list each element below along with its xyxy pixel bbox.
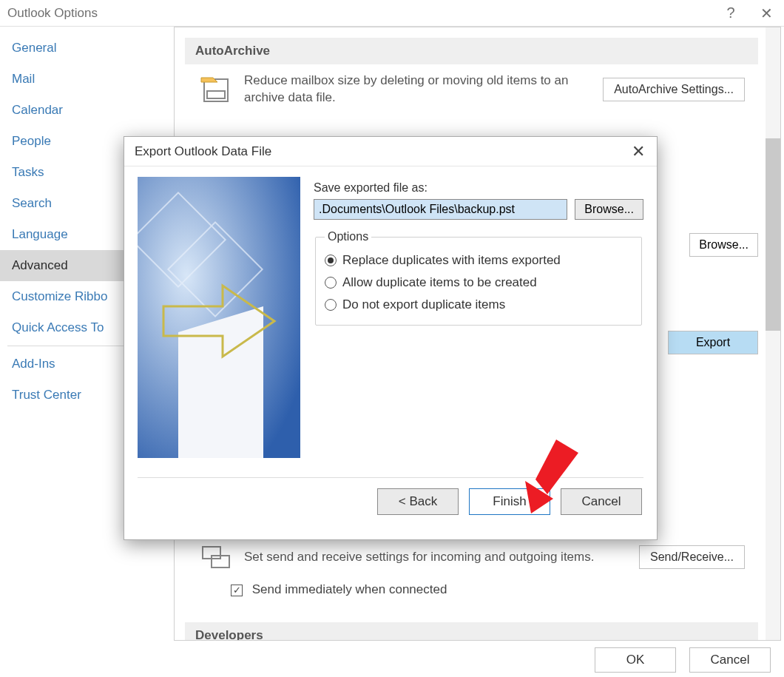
bg-browse-button[interactable]: Browse... bbox=[689, 233, 758, 257]
radio-icon bbox=[325, 299, 337, 311]
wizard-artwork bbox=[138, 177, 300, 458]
sendreceive-button[interactable]: Send/Receive... bbox=[639, 545, 745, 569]
save-as-label: Save exported file as: bbox=[314, 181, 643, 195]
svg-marker-9 bbox=[535, 439, 578, 494]
options-legend: Options bbox=[325, 230, 371, 243]
help-button[interactable]: ? bbox=[713, 0, 748, 27]
export-dialog-title: Export Outlook Data File bbox=[135, 144, 271, 159]
radio-allow-duplicates[interactable]: Allow duplicate items to be created bbox=[325, 272, 632, 294]
ok-button[interactable]: OK bbox=[595, 647, 676, 673]
radio-label: Replace duplicates with items exported bbox=[342, 253, 561, 268]
svg-rect-1 bbox=[207, 91, 225, 98]
export-dialog-close-button[interactable]: ✕ bbox=[627, 142, 649, 161]
window-titlebar: Outlook Options ? ✕ bbox=[0, 0, 784, 27]
sidebar-item-mail[interactable]: Mail bbox=[0, 64, 174, 95]
sidebar-item-calendar[interactable]: Calendar bbox=[0, 95, 174, 126]
save-path-input[interactable] bbox=[314, 199, 567, 220]
dialog-browse-button[interactable]: Browse... bbox=[575, 199, 643, 220]
bg-export-button[interactable]: Export bbox=[668, 331, 758, 354]
svg-marker-8 bbox=[178, 306, 263, 458]
autoarchive-settings-label: AutoArchive Settings... bbox=[614, 83, 734, 95]
radio-icon bbox=[325, 277, 337, 289]
annotation-arrow-icon bbox=[512, 439, 578, 513]
radio-do-not-export-duplicates[interactable]: Do not export duplicate items bbox=[325, 294, 632, 316]
close-button[interactable]: ✕ bbox=[748, 0, 784, 27]
section-header-autoarchive: AutoArchive bbox=[185, 38, 758, 64]
scrollbar-track[interactable] bbox=[766, 27, 780, 640]
radio-label: Do not export duplicate items bbox=[342, 297, 505, 312]
radio-icon bbox=[325, 255, 337, 266]
autoarchive-settings-button[interactable]: AutoArchive Settings... bbox=[603, 78, 745, 101]
sendreceive-icon bbox=[198, 539, 234, 575]
section-header-developers: Developers bbox=[185, 622, 758, 641]
window-title: Outlook Options bbox=[7, 6, 98, 21]
sendreceive-description: Set send and receive settings for incomi… bbox=[244, 549, 629, 566]
export-dialog-titlebar: Export Outlook Data File ✕ bbox=[124, 137, 657, 166]
autoarchive-description: Reduce mailbox size by deleting or movin… bbox=[244, 73, 592, 107]
send-immediately-label: Send immediately when connected bbox=[252, 582, 447, 596]
options-footer: OK Cancel bbox=[595, 647, 771, 673]
export-options-fieldset: Options Replace duplicates with items ex… bbox=[315, 230, 642, 326]
radio-label: Allow duplicate items to be created bbox=[342, 275, 537, 290]
sidebar-item-general[interactable]: General bbox=[0, 33, 174, 64]
cancel-button[interactable]: Cancel bbox=[689, 647, 771, 673]
svg-marker-2 bbox=[201, 78, 217, 82]
send-immediately-checkbox[interactable]: ✓ bbox=[231, 585, 243, 596]
back-button[interactable]: < Back bbox=[377, 488, 459, 515]
scrollbar-thumb[interactable] bbox=[766, 138, 780, 331]
radio-replace-duplicates[interactable]: Replace duplicates with items exported bbox=[325, 249, 632, 272]
archive-icon bbox=[198, 72, 234, 107]
